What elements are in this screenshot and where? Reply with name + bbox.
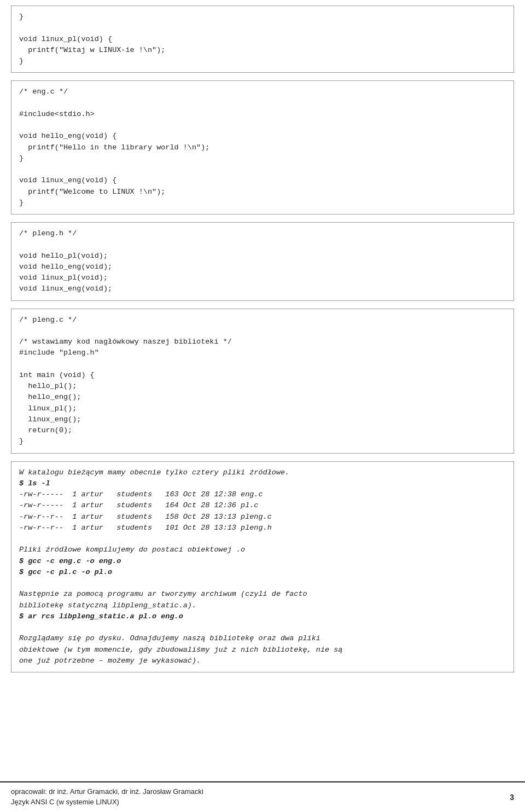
page: } void linux_pl(void) { printf("Witaj w … — [0, 0, 525, 812]
block-ls-intro: W katalogu bieżącym mamy obecnie tylko c… — [11, 461, 514, 673]
code-block-1: } void linux_pl(void) { printf("Witaj w … — [11, 5, 514, 73]
code-text-pleng-c: /* pleng.c */ /* wstawiamy kod nagłówkow… — [19, 316, 232, 446]
footer-subtitle: Język ANSI C (w systemie LINUX) — [11, 797, 203, 808]
footer-authors: opracowali: dr inż. Artur Gramacki, dr i… — [11, 787, 203, 797]
code-block-pleng-c: /* pleng.c */ /* wstawiamy kod nagłówkow… — [11, 309, 514, 454]
code-block-eng-c: /* eng.c */ #include<stdio.h> void hello… — [11, 80, 514, 214]
footer: opracowali: dr inż. Artur Gramacki, dr i… — [0, 781, 525, 812]
footer-page-number: 3 — [510, 792, 514, 803]
code-text-pleng-h: /* pleng.h */ void hello_pl(void); void … — [19, 229, 112, 293]
code-block-pleng-h: /* pleng.h */ void hello_pl(void); void … — [11, 222, 514, 301]
ls-intro-text: W katalogu bieżącym mamy obecnie tylko c… — [19, 468, 342, 665]
code-text-eng-c: /* eng.c */ #include<stdio.h> void hello… — [19, 88, 209, 207]
footer-left: opracowali: dr inż. Artur Gramacki, dr i… — [11, 787, 203, 808]
content-area: } void linux_pl(void) { printf("Witaj w … — [0, 0, 525, 781]
code-text-1: } void linux_pl(void) { printf("Witaj w … — [19, 13, 165, 65]
